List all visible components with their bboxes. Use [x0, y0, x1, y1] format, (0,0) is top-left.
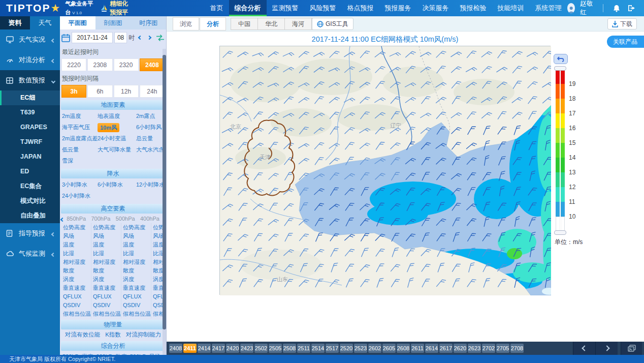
time-step-2705[interactable]: 2705: [496, 344, 509, 353]
element-850hPa-比湿[interactable]: 比湿: [61, 249, 91, 258]
time-step-2508[interactable]: 2508: [283, 344, 296, 353]
time-step-2608[interactable]: 2608: [397, 344, 410, 353]
element-500hPa-温度[interactable]: 温度: [121, 240, 151, 249]
element-850hPa-QSDIV[interactable]: QSDIV: [61, 301, 91, 310]
next-hour-icon[interactable]: [146, 33, 153, 43]
time-step-2414[interactable]: 2414: [198, 344, 211, 353]
time-step-2408[interactable]: 2408: [169, 344, 182, 353]
time-step-2517[interactable]: 2517: [326, 344, 339, 353]
element-3小时降水[interactable]: 3小时降水: [62, 179, 98, 191]
element-对流抑制能力[interactable]: 对流抑制能力: [126, 331, 161, 339]
time-step-2523[interactable]: 2523: [354, 344, 367, 353]
sidebar-subitem-模式对比[interactable]: 模式对比: [0, 194, 60, 208]
download-button[interactable]: 下载: [607, 18, 637, 29]
time-step-2605[interactable]: 2605: [382, 344, 396, 353]
composite-500hPa高度+200[interactable]: 500hPa高度+200hPa散度+500hPa风场: [60, 351, 166, 355]
element-850hPa-位势高度[interactable]: 位势高度: [61, 223, 91, 232]
time-step-2617[interactable]: 2617: [439, 344, 453, 353]
time-step-2417[interactable]: 2417: [212, 344, 225, 353]
nav-item-风险预警[interactable]: 风险预警: [304, 0, 342, 16]
element-500hPa-比湿[interactable]: 比湿: [121, 249, 151, 258]
element-12小时降水[interactable]: 12小时降水: [136, 179, 166, 191]
swap-icon[interactable]: [156, 34, 165, 42]
element-700hPa-QFLUX[interactable]: QFLUX: [91, 292, 121, 301]
level-700hPa[interactable]: 700hPa: [88, 216, 113, 222]
panel-scrollbar[interactable]: [163, 49, 166, 355]
hour-input[interactable]: 08: [114, 32, 127, 43]
time-step-2505[interactable]: 2505: [269, 344, 282, 353]
logout-icon[interactable]: [627, 3, 637, 13]
time-step-2514[interactable]: 2514: [311, 344, 325, 353]
time-step-2411[interactable]: 2411: [183, 344, 197, 353]
element-700hPa-涡度[interactable]: 涡度: [91, 275, 121, 284]
sidebar-subitem-自由叠加[interactable]: 自由叠加: [0, 208, 60, 223]
related-products-button[interactable]: 关联产品: [607, 36, 644, 48]
element-500hPa-涡度[interactable]: 涡度: [121, 275, 151, 284]
element-大气水汽含量[interactable]: 大气水汽含量: [136, 144, 166, 156]
region-海河[interactable]: 海河: [284, 18, 312, 30]
sidebar-item-天气实况[interactable]: 天气实况: [0, 29, 60, 50]
scrollbar-thumb[interactable]: [163, 55, 166, 329]
element-500hPa-散度[interactable]: 散度: [121, 266, 151, 275]
element-低云量[interactable]: 低云量: [62, 144, 98, 156]
interval-12h[interactable]: 12h: [114, 85, 139, 98]
time-step-2702[interactable]: 2702: [482, 344, 495, 353]
nav-item-决策服务[interactable]: 决策服务: [417, 0, 455, 16]
element-850hPa-风场[interactable]: 风场: [61, 232, 91, 240]
report-time-2320[interactable]: 2320: [114, 58, 139, 71]
user-name[interactable]: 赵敬红: [580, 0, 595, 17]
element-850hPa-涡度[interactable]: 涡度: [61, 275, 91, 284]
element-500hPa-风场[interactable]: 风场: [121, 232, 151, 240]
time-step-2708[interactable]: 2708: [510, 344, 524, 353]
date-input[interactable]: 2017-11-24: [72, 32, 113, 43]
sidebar-subitem-TJWRF[interactable]: TJWRF: [0, 135, 60, 149]
time-step-2620[interactable]: 2620: [454, 344, 467, 353]
sidebar-item-对流分析[interactable]: 对流分析: [0, 50, 60, 70]
scale-handle-bottom[interactable]: [554, 230, 566, 235]
element-雪深[interactable]: 雪深: [62, 156, 98, 167]
element-海平面气压[interactable]: 海平面气压: [62, 122, 98, 133]
sidebar-tab-天气[interactable]: 天气: [30, 16, 60, 29]
sidebar-subitem-JAPAN[interactable]: JAPAN: [0, 149, 60, 164]
element-10m风[interactable]: 10m风: [98, 122, 136, 133]
report-time-2220[interactable]: 2220: [61, 58, 86, 71]
nav-item-预报服务[interactable]: 预报服务: [379, 0, 417, 16]
time-step-2502[interactable]: 2502: [254, 344, 268, 353]
element-地表温度[interactable]: 地表温度: [98, 111, 136, 122]
calendar-icon[interactable]: [61, 34, 70, 42]
time-step-2420[interactable]: 2420: [226, 344, 239, 353]
next-time-icon[interactable]: [595, 342, 618, 355]
element-500hPa-位势高度[interactable]: 位势高度: [121, 223, 151, 232]
level-500hPa[interactable]: 500hPa: [113, 216, 138, 222]
sidebar-subitem-ED[interactable]: ED: [0, 164, 60, 179]
level-850hPa[interactable]: 850hPa: [64, 216, 88, 222]
element-700hPa-垂直速度[interactable]: 垂直速度: [91, 284, 121, 292]
element-6小时阵风[interactable]: 6小时阵风: [136, 122, 166, 133]
time-step-2602[interactable]: 2602: [368, 344, 381, 353]
level-400hPa[interactable]: 400hPa: [138, 216, 162, 222]
element-K指数[interactable]: K指数: [105, 331, 121, 339]
element-850hPa-相对湿度[interactable]: 相对湿度: [61, 258, 91, 266]
element-2m温度露点差[interactable]: 2m温度露点差: [62, 133, 98, 144]
element-850hPa-温度[interactable]: 温度: [61, 240, 91, 249]
interval-3h[interactable]: 3h: [61, 85, 86, 98]
bell-icon[interactable]: [611, 3, 622, 13]
avatar[interactable]: [567, 3, 575, 13]
element-500hPa-垂直速度[interactable]: 垂直速度: [121, 284, 151, 292]
panel-tab-剖面图[interactable]: 剖面图: [95, 16, 131, 29]
element-对流有效位能[interactable]: 对流有效位能: [65, 331, 100, 339]
sidebar-item-指导预报[interactable]: 指导预报: [0, 223, 60, 244]
prev-time-icon[interactable]: [573, 342, 595, 355]
frames-icon[interactable]: [621, 342, 642, 355]
element-700hPa-比湿[interactable]: 比湿: [91, 249, 121, 258]
element-500hPa-假相当位温[interactable]: 假相当位温: [121, 310, 151, 318]
element-700hPa-散度[interactable]: 散度: [91, 266, 121, 275]
interval-6h[interactable]: 6h: [87, 85, 112, 98]
nav-item-技能培训[interactable]: 技能培训: [492, 0, 530, 16]
element-6小时降水[interactable]: 6小时降水: [98, 179, 136, 191]
element-700hPa-位势高度[interactable]: 位势高度: [91, 223, 121, 232]
report-time-2308[interactable]: 2308: [87, 58, 112, 71]
interval-24h[interactable]: 24h: [140, 85, 165, 98]
element-500hPa-QSDIV[interactable]: QSDIV: [121, 301, 151, 310]
element-700hPa-QSDIV[interactable]: QSDIV: [91, 301, 121, 310]
